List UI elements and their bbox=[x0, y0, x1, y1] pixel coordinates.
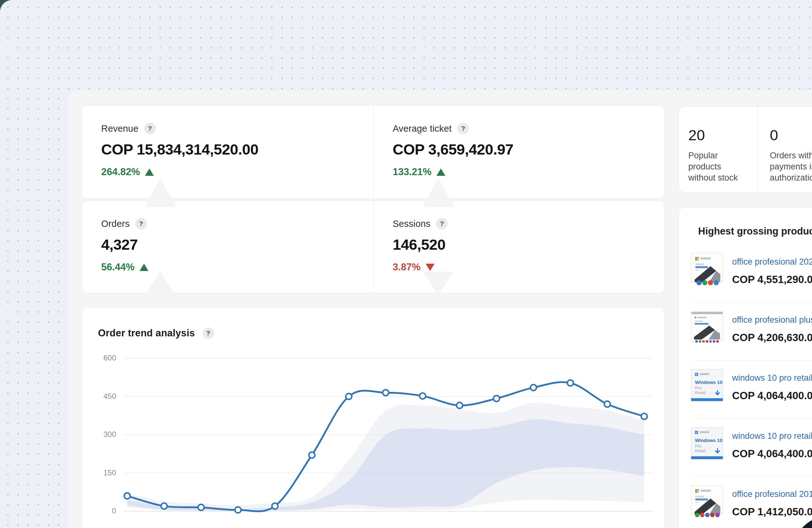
chart-title: Order trend analysis bbox=[98, 327, 195, 339]
y-tick-label: 300 bbox=[82, 430, 116, 439]
product-row[interactable]: Windows 10 Pro Retail windows 10 pro ret… bbox=[691, 360, 812, 418]
svg-text:Retail: Retail bbox=[695, 448, 706, 453]
metrics-section: Revenue ? COP 15,834,314,520.00 264.82% … bbox=[82, 105, 665, 293]
stat-label: Orders with payments in authorization bbox=[770, 150, 812, 183]
product-price: COP 4,064,400.00 bbox=[732, 390, 812, 402]
order-trend-card: Order trend analysis ? 6004503001500 bbox=[82, 307, 665, 528]
metric-value: COP 15,834,314,520.00 bbox=[101, 141, 373, 158]
metric-change: 264.82% bbox=[101, 166, 140, 178]
product-price: COP 4,206,630.00 bbox=[732, 332, 812, 344]
metrics-card-bottom: Orders ? 4,327 56.44% Sessions ? 146,520 bbox=[82, 201, 665, 293]
svg-text:Windows 10: Windows 10 bbox=[695, 380, 723, 385]
svg-text:Windows 10: Windows 10 bbox=[695, 438, 723, 443]
products-card-title: Highest grossing products bbox=[679, 208, 812, 237]
arrow-up-icon bbox=[145, 169, 154, 176]
product-row[interactable]: office profesional plus COP 4,206,630.00 bbox=[691, 302, 812, 360]
stat-popular-products-without-stock[interactable]: 20 Popular products without stock bbox=[679, 106, 757, 192]
metric-value: COP 3,659,420.97 bbox=[393, 141, 664, 158]
svg-text:Pro: Pro bbox=[695, 386, 701, 390]
help-icon[interactable]: ? bbox=[135, 218, 147, 229]
product-row[interactable]: office profesional 2019 COP 1,412,050.00 bbox=[691, 476, 812, 528]
arrow-up-icon bbox=[140, 264, 148, 271]
stat-value: 20 bbox=[688, 126, 757, 144]
help-icon[interactable]: ? bbox=[144, 123, 156, 134]
metric-change: 56.44% bbox=[101, 261, 134, 273]
product-row[interactable]: office profesional 2021 COP 4,551,290.00 bbox=[691, 244, 812, 302]
product-name-link[interactable]: windows 10 pro retail bbox=[732, 373, 812, 383]
product-price: COP 4,064,400.00 bbox=[732, 448, 812, 460]
metric-label: Sessions bbox=[393, 219, 431, 229]
product-row[interactable]: Windows 10 Pro Retail windows 10 pro ret… bbox=[691, 418, 812, 476]
y-axis-labels: 6004503001500 bbox=[82, 308, 116, 528]
arrow-up-icon bbox=[436, 169, 445, 176]
help-icon[interactable]: ? bbox=[436, 218, 448, 229]
product-name-link[interactable]: office profesional 2019 bbox=[732, 489, 812, 499]
help-icon[interactable]: ? bbox=[458, 123, 469, 134]
y-tick-label: 150 bbox=[82, 468, 116, 477]
metric-label: Average ticket bbox=[393, 124, 452, 134]
y-tick-label: 0 bbox=[82, 506, 116, 515]
main-content-panel: Revenue ? COP 15,834,314,520.00 264.82% … bbox=[68, 90, 812, 528]
metric-value: 146,520 bbox=[393, 236, 664, 253]
products-list: office profesional 2021 COP 4,551,290.00 bbox=[691, 244, 812, 528]
highest-grossing-products-card: Highest grossing products bbox=[679, 207, 812, 528]
right-column: 20 Popular products without stock 0 Orde… bbox=[679, 106, 812, 528]
product-name-link[interactable]: office profesional 2021 bbox=[732, 257, 812, 267]
metrics-card-top: Revenue ? COP 15,834,314,520.00 264.82% … bbox=[82, 105, 665, 199]
y-tick-label: 600 bbox=[82, 354, 116, 362]
product-name-link[interactable]: windows 10 pro retail bbox=[732, 431, 812, 441]
metric-label: Orders bbox=[101, 219, 130, 229]
metric-cell-average-ticket[interactable]: Average ticket ? COP 3,659,420.97 133.21… bbox=[373, 106, 664, 198]
office-plus-box-thumbnail bbox=[691, 311, 723, 343]
stat-value: 0 bbox=[770, 126, 812, 144]
metric-label: Revenue bbox=[101, 124, 139, 134]
alerts-card: 20 Popular products without stock 0 Orde… bbox=[679, 106, 812, 192]
windows10-box-thumbnail: Windows 10 Pro Retail bbox=[691, 369, 723, 401]
order-trend-chart-svg[interactable] bbox=[82, 308, 665, 528]
metric-value: 4,327 bbox=[101, 236, 373, 253]
product-price: COP 1,412,050.00 bbox=[732, 506, 812, 518]
metric-change: 3.87% bbox=[393, 261, 421, 273]
arrow-down-icon bbox=[426, 264, 435, 271]
office-box-thumbnail bbox=[691, 485, 723, 517]
metric-change: 133.21% bbox=[393, 166, 431, 178]
help-icon[interactable]: ? bbox=[203, 327, 214, 339]
dashboard-page: Revenue ? COP 15,834,314,520.00 264.82% … bbox=[0, 0, 812, 528]
metric-cell-revenue[interactable]: Revenue ? COP 15,834,314,520.00 264.82% bbox=[82, 106, 373, 198]
product-name-link[interactable]: office profesional plus bbox=[732, 315, 812, 325]
windows10-box-thumbnail: Windows 10 Pro Retail bbox=[691, 427, 723, 459]
office-box-thumbnail bbox=[691, 253, 723, 285]
stat-label: Popular products without stock bbox=[688, 150, 745, 183]
svg-text:Retail: Retail bbox=[695, 390, 706, 395]
metric-cell-sessions[interactable]: Sessions ? 146,520 3.87% bbox=[373, 201, 664, 293]
y-tick-label: 450 bbox=[82, 392, 116, 401]
product-price: COP 4,551,290.00 bbox=[732, 273, 812, 286]
svg-text:Pro: Pro bbox=[695, 444, 701, 448]
metric-cell-orders[interactable]: Orders ? 4,327 56.44% bbox=[82, 201, 373, 293]
stat-orders-payments-authorization[interactable]: 0 Orders with payments in authorization bbox=[757, 106, 812, 192]
